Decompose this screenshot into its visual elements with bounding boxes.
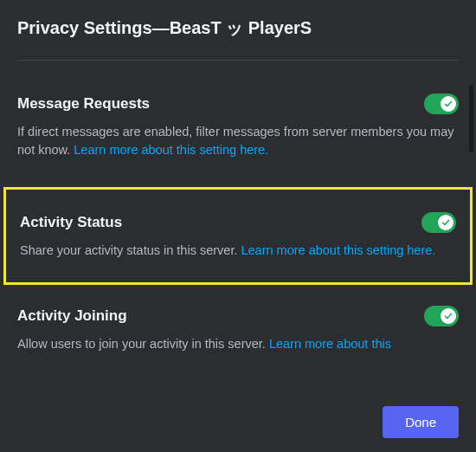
desc-text: Share your activity status in this serve…	[20, 243, 241, 257]
section-activity-joining: Activity Joining Allow users to join you…	[17, 292, 459, 374]
learn-more-link[interactable]: Learn more about this	[269, 337, 391, 351]
toggle-message-requests[interactable]	[424, 94, 459, 114]
check-icon	[443, 99, 453, 109]
section-message-requests: Message Requests If direct messages are …	[17, 80, 459, 180]
scrollbar-thumb[interactable]	[469, 85, 473, 152]
learn-more-link[interactable]: Learn more about this setting here.	[241, 243, 435, 257]
section-description: If direct messages are enabled, filter m…	[17, 123, 459, 159]
check-icon	[443, 311, 453, 321]
toggle-knob	[438, 215, 453, 230]
modal-footer: Done	[0, 392, 476, 452]
done-button[interactable]: Done	[383, 406, 459, 438]
privacy-settings-modal: Privacy Settings—BeasT ッ PlayerS Message…	[0, 0, 476, 452]
toggle-activity-joining[interactable]	[424, 306, 459, 326]
section-title-message-requests: Message Requests	[17, 94, 150, 113]
toggle-activity-status[interactable]	[421, 212, 456, 233]
section-header: Message Requests	[17, 94, 459, 114]
section-title-activity-status: Activity Status	[20, 213, 122, 231]
section-activity-status: Activity Status Share your activity stat…	[3, 187, 473, 285]
learn-more-link[interactable]: Learn more about this setting here.	[74, 143, 268, 157]
section-title-activity-joining: Activity Joining	[17, 307, 127, 325]
toggle-knob	[441, 308, 456, 324]
divider	[17, 60, 459, 61]
section-description: Allow users to join your activity in thi…	[17, 335, 459, 353]
desc-text: Allow users to join your activity in thi…	[17, 337, 269, 351]
modal-header: Privacy Settings—BeasT ッ PlayerS	[0, 0, 476, 53]
check-icon	[441, 217, 451, 228]
section-header: Activity Status	[20, 212, 456, 233]
toggle-knob	[441, 96, 456, 112]
modal-title: Privacy Settings—BeasT ッ PlayerS	[17, 17, 459, 38]
section-header: Activity Joining	[17, 306, 459, 326]
section-description: Share your activity status in this serve…	[20, 242, 456, 260]
